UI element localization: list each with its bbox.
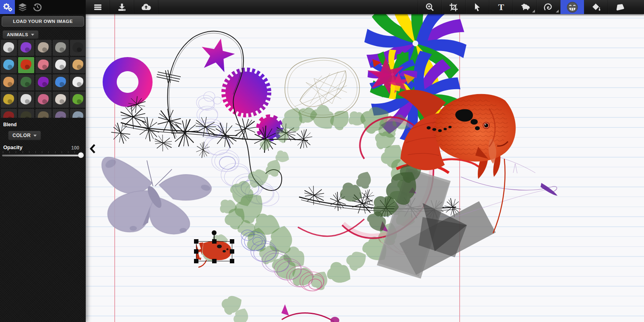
placed-stamps-layer	[86, 14, 644, 322]
stamp-thumb-rainbow-cloud[interactable]	[35, 92, 52, 108]
history-button[interactable]	[30, 0, 45, 14]
stamp-thumb-octopus-sketch[interactable]	[53, 57, 69, 73]
tool-strip: T	[418, 0, 632, 14]
stamp-thumb-tan-kitten[interactable]	[70, 57, 85, 73]
grinning-face-icon	[566, 1, 578, 13]
zoom-tool-button[interactable]	[418, 0, 442, 14]
stamp-thumb-purple-dinosaur[interactable]	[35, 74, 52, 90]
stamp-gradient-ring[interactable]	[103, 57, 153, 107]
swirl-brush-tool-button[interactable]	[537, 0, 560, 14]
stamp-thumb-whale[interactable]	[70, 109, 85, 118]
category-dropdown-label: ANIMALS	[7, 32, 28, 37]
stamp-selection-box[interactable]	[196, 241, 232, 261]
stamp-thumb-goldfish[interactable]	[1, 92, 17, 108]
text-tool-button[interactable]: T	[489, 0, 513, 14]
magnifier-plus-icon	[425, 2, 435, 12]
settings-button[interactable]	[0, 0, 15, 14]
stamp-thumb-black-cat[interactable]	[70, 40, 85, 56]
download-button[interactable]	[110, 0, 134, 14]
layers-icon	[17, 2, 28, 12]
eraser-icon	[614, 3, 625, 12]
stamp-thumb-hermit-crab[interactable]	[35, 109, 52, 118]
fill-tool-button[interactable]	[584, 0, 608, 14]
stamp-thumb-white-cat[interactable]	[70, 74, 85, 90]
download-tray-icon	[117, 3, 127, 12]
stamp-thumb-tabby-cat[interactable]	[1, 74, 17, 90]
letter-T-icon: T	[496, 2, 506, 12]
sidebar-collapse-button[interactable]	[89, 144, 97, 154]
load-own-image-button[interactable]: LOAD YOUR OWN IMAGE	[2, 16, 84, 27]
chevron-down-icon	[31, 34, 34, 36]
gears-icon	[2, 2, 13, 12]
stamp-thumb-flowerhorn-fish-selected[interactable]	[18, 57, 34, 73]
stamp-thumb-red-ninja[interactable]	[1, 109, 17, 118]
svg-text:T: T	[498, 2, 504, 12]
resize-handle-mid-right[interactable]	[230, 249, 234, 254]
cloud-upload-icon	[141, 3, 151, 12]
resize-handle-top-center[interactable]	[212, 239, 217, 244]
slider-track[interactable]	[2, 154, 84, 156]
eraser-tool-button[interactable]	[608, 0, 632, 14]
top-toolbar: T	[0, 0, 644, 14]
resize-handle-bottom-left[interactable]	[194, 259, 198, 263]
opacity-slider[interactable]	[2, 151, 84, 160]
opacity-value: 100	[71, 145, 79, 151]
category-dropdown[interactable]: ANIMALS	[2, 30, 39, 39]
sticker-stamp-tool-button[interactable]	[560, 0, 584, 14]
opacity-label: Opacity	[3, 144, 23, 150]
cursor-arrow-icon	[473, 2, 482, 12]
rotation-handle[interactable]	[212, 230, 217, 235]
stamp-thumb-lucky-cat[interactable]	[53, 92, 69, 108]
corner-tools	[0, 0, 86, 14]
stamp-thumb-zebra[interactable]	[18, 92, 34, 108]
animal-brush-tool-button[interactable]	[513, 0, 537, 14]
chevron-down-icon	[33, 135, 37, 137]
blend-label: Blend	[3, 122, 17, 127]
stamp-thumb-rainbow-seahorse[interactable]	[18, 40, 34, 56]
layers-button[interactable]	[15, 0, 30, 14]
crop-tool-button[interactable]	[442, 0, 465, 14]
stamp-gray-butterfly[interactable]	[102, 157, 212, 234]
stamp-thumb-blue-butterfly[interactable]	[53, 74, 69, 90]
spiral-icon	[544, 2, 553, 12]
blend-mode-dropdown[interactable]: COLOR	[8, 131, 41, 140]
blend-mode-value: COLOR	[12, 133, 31, 138]
upload-button[interactable]	[134, 0, 158, 14]
stamp-thumb-triceratops[interactable]	[53, 40, 69, 56]
stamp-thumb-purple-octopus[interactable]	[53, 109, 69, 118]
slider-knob[interactable]	[78, 152, 84, 158]
stamp-thumb-monster-truck[interactable]	[70, 92, 85, 108]
stamp-thumb-green-ghost[interactable]	[18, 74, 34, 90]
paint-bucket-icon	[591, 2, 601, 12]
stamp-thumb-cow[interactable]	[1, 40, 17, 56]
drawing-canvas[interactable]	[86, 14, 644, 322]
stamp-thumb-duck[interactable]	[18, 109, 34, 118]
menu-button[interactable]	[86, 0, 110, 14]
slider-ticks	[3, 151, 81, 153]
pointer-tool-button[interactable]	[465, 0, 489, 14]
crop-icon	[449, 2, 458, 12]
stamp-grid	[1, 40, 85, 118]
stamp-thumb-stegosaurus[interactable]	[35, 40, 52, 56]
stamp-gradient-star[interactable]	[198, 35, 237, 74]
resize-handle-bottom-right[interactable]	[230, 259, 234, 263]
resize-handle-top-right[interactable]	[230, 239, 234, 244]
stamp-gradient-gear[interactable]	[224, 70, 268, 115]
file-tools	[86, 0, 158, 14]
history-clock-icon	[32, 2, 43, 12]
hamburger-icon	[93, 3, 102, 11]
resize-handle-mid-left[interactable]	[194, 249, 198, 254]
stamp-thumb-pink-cat[interactable]	[35, 57, 52, 73]
stamp-sidebar: LOAD YOUR OWN IMAGE ANIMALS Blend COLOR	[0, 14, 86, 322]
stamp-thumb-blue-fairy-cat[interactable]	[1, 57, 17, 73]
resize-handle-bottom-center[interactable]	[212, 259, 217, 263]
resize-handle-top-left[interactable]	[194, 239, 198, 244]
bear-icon	[519, 3, 530, 12]
